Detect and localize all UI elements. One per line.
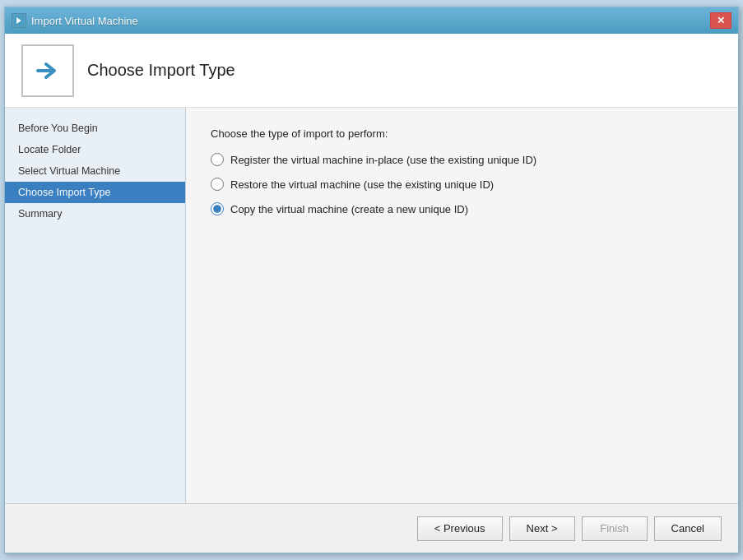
radio-restore-label: Restore the virtual machine (use the exi… xyxy=(230,178,494,191)
import-type-prompt: Choose the type of import to perform: xyxy=(211,127,713,140)
sidebar: Before You Begin Locate Folder Select Vi… xyxy=(5,108,186,503)
radio-item-register[interactable]: Register the virtual machine in-place (u… xyxy=(211,153,713,166)
main-content: Choose the type of import to perform: Re… xyxy=(186,108,738,503)
header-icon-box xyxy=(21,44,74,97)
window-title: Import Virtual Machine xyxy=(31,15,138,27)
previous-button[interactable]: < Previous xyxy=(417,516,503,541)
sidebar-item-locate-folder[interactable]: Locate Folder xyxy=(5,139,185,160)
radio-register-label: Register the virtual machine in-place (u… xyxy=(230,154,536,166)
title-bar-left: Import Virtual Machine xyxy=(12,13,138,28)
finish-button[interactable]: Finish xyxy=(582,516,648,541)
radio-restore[interactable] xyxy=(211,178,224,191)
radio-item-restore[interactable]: Restore the virtual machine (use the exi… xyxy=(211,178,713,191)
cancel-button[interactable]: Cancel xyxy=(654,516,722,541)
footer: < Previous Next > Finish Cancel xyxy=(5,503,738,553)
import-arrow-icon xyxy=(31,54,64,87)
sidebar-item-choose-import-type[interactable]: Choose Import Type xyxy=(5,182,185,203)
content-area: Before You Begin Locate Folder Select Vi… xyxy=(5,108,738,503)
page-title: Choose Import Type xyxy=(87,61,235,80)
title-bar: Import Virtual Machine ✕ xyxy=(5,7,738,34)
close-button[interactable]: ✕ xyxy=(710,12,731,29)
next-button[interactable]: Next > xyxy=(509,516,575,541)
sidebar-item-select-virtual-machine[interactable]: Select Virtual Machine xyxy=(5,160,185,182)
radio-copy-label: Copy the virtual machine (create a new u… xyxy=(230,203,468,215)
page-header: Choose Import Type xyxy=(5,34,738,108)
radio-register[interactable] xyxy=(211,153,224,166)
sidebar-item-summary[interactable]: Summary xyxy=(5,203,185,224)
import-virtual-machine-dialog: Import Virtual Machine ✕ Choose Import T… xyxy=(4,7,739,553)
sidebar-item-before-you-begin[interactable]: Before You Begin xyxy=(5,118,185,139)
title-bar-app-icon xyxy=(12,13,26,28)
import-type-radio-group: Register the virtual machine in-place (u… xyxy=(211,153,713,215)
radio-copy[interactable] xyxy=(211,202,224,215)
radio-item-copy[interactable]: Copy the virtual machine (create a new u… xyxy=(211,202,713,215)
